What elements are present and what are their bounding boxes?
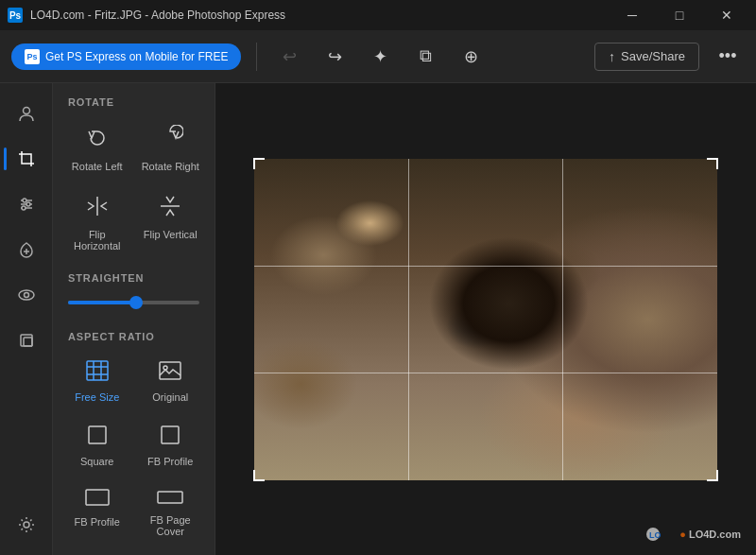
original-label: Original <box>152 391 188 403</box>
svg-rect-11 <box>21 335 32 346</box>
fb-profile2-label: FB Profile <box>75 516 120 528</box>
flip-horizontal-icon <box>84 193 111 223</box>
straighten-slider-thumb[interactable] <box>129 296 143 309</box>
more-button[interactable]: ••• <box>711 40 745 74</box>
maximize-button[interactable]: □ <box>658 0 701 30</box>
svg-point-4 <box>23 199 26 202</box>
ps-icon: Ps <box>25 49 40 64</box>
free-size-tool[interactable]: Free Size <box>62 350 132 410</box>
svg-rect-16 <box>87 361 108 380</box>
zoom-button[interactable]: ⊕ <box>454 40 488 74</box>
svg-rect-21 <box>160 362 180 379</box>
title-bar: Ps LO4D.com - Fritz.JPG - Adobe Photosho… <box>0 0 756 30</box>
icon-sidebar <box>0 83 53 555</box>
sidebar-item-eye[interactable] <box>8 276 45 314</box>
app-icon: Ps <box>8 8 23 23</box>
svg-point-6 <box>22 206 26 210</box>
redo-icon: ↪ <box>328 46 342 67</box>
save-share-label: Save/Share <box>621 49 685 63</box>
title-bar-controls: ─ □ ✕ <box>610 0 748 30</box>
straighten-slider-fill <box>68 301 136 304</box>
original-tool[interactable]: Original <box>136 350 206 410</box>
svg-rect-25 <box>86 490 109 505</box>
fb-profile-tool[interactable]: FB Profile <box>136 414 206 475</box>
fb-page-cover-icon <box>156 488 184 509</box>
flip-vertical-tool[interactable]: Flip Vertical <box>136 183 206 259</box>
straighten-section-title: STRAIGHTEN <box>53 259 215 291</box>
straighten-slider-track[interactable] <box>68 301 199 304</box>
sidebar-item-people[interactable] <box>8 95 45 132</box>
free-size-icon <box>84 359 111 386</box>
svg-point-10 <box>24 293 28 298</box>
ai-button[interactable]: ✦ <box>363 40 397 74</box>
rotate-right-tool[interactable]: Rotate Right <box>136 115 206 180</box>
svg-text:LO: LO <box>649 530 662 540</box>
undo-button[interactable]: ↩ <box>272 40 306 74</box>
svg-point-13 <box>24 522 29 528</box>
rotate-left-icon <box>84 125 111 155</box>
sidebar-item-crop[interactable] <box>8 140 45 178</box>
save-share-button[interactable]: ↑ Save/Share <box>594 43 699 71</box>
crop-handle-br[interactable] <box>707 470 718 481</box>
fb-profile-icon <box>159 424 181 450</box>
crop-handle-bl[interactable] <box>253 470 265 481</box>
panel-sidebar: ROTATE Rotate Left Rotate <box>53 83 215 555</box>
minimize-button[interactable]: ─ <box>610 0 654 30</box>
svg-point-0 <box>23 108 29 114</box>
svg-rect-12 <box>24 338 32 346</box>
crop-handle-tr[interactable] <box>707 158 718 169</box>
straighten-section <box>53 301 215 318</box>
original-icon <box>157 359 183 386</box>
flip-horizontal-tool[interactable]: Flip Horizontal <box>62 183 132 259</box>
rotate-right-icon <box>157 125 183 155</box>
rotate-section-title: ROTATE <box>53 83 215 115</box>
sidebar-item-layers[interactable] <box>8 321 45 359</box>
rotate-left-tool[interactable]: Rotate Left <box>62 115 132 180</box>
cat-image <box>254 159 717 480</box>
svg-rect-26 <box>158 492 182 503</box>
flip-vertical-icon <box>157 193 183 223</box>
fb-profile-label: FB Profile <box>147 456 193 467</box>
rotate-left-label: Rotate Left <box>72 161 123 172</box>
square-tool[interactable]: Square <box>62 414 132 475</box>
fb-page-cover-tool[interactable]: FB Page Cover <box>136 478 206 545</box>
svg-point-9 <box>19 290 34 300</box>
title-bar-text: LO4D.com - Fritz.JPG - Adobe Photoshop E… <box>30 9 285 22</box>
sidebar-item-heal[interactable] <box>8 231 45 269</box>
zoom-icon: ⊕ <box>464 46 478 67</box>
watermark: LO ● LO4D.com <box>645 525 741 544</box>
main-content: ROTATE Rotate Left Rotate <box>0 83 756 555</box>
flip-vertical-label: Flip Vertical <box>144 229 198 240</box>
fb-profile2-tool[interactable]: FB Profile <box>62 478 132 545</box>
redo-button[interactable]: ↪ <box>318 40 352 74</box>
compare-button[interactable]: ⧉ <box>408 40 442 74</box>
straighten-slider-container <box>68 301 199 304</box>
watermark-logo-icon: LO <box>645 525 674 544</box>
svg-point-5 <box>26 202 30 206</box>
rotate-right-label: Rotate Right <box>142 161 199 172</box>
fb-profile2-icon <box>84 488 111 511</box>
toolbar: Ps Get PS Express on Mobile for FREE ↩ ↪… <box>0 30 756 83</box>
watermark-accent: ● <box>679 529 686 540</box>
svg-point-22 <box>163 366 167 370</box>
image-container[interactable] <box>254 159 717 480</box>
share-icon: ↑ <box>609 49 615 64</box>
aspect-ratio-tools: Free Size Original Squar <box>53 350 215 545</box>
square-icon <box>86 424 109 450</box>
fb-page-cover-label: FB Page Cover <box>142 514 200 537</box>
undo-icon: ↩ <box>283 46 297 67</box>
watermark-text: ● LO4D.com <box>679 529 741 540</box>
aspect-ratio-section-title: ASPECT RATIO <box>53 318 215 350</box>
image-canvas <box>254 159 717 480</box>
canvas-area: LO ● LO4D.com <box>215 83 756 555</box>
rotate-tools: Rotate Left Rotate Right <box>53 115 215 259</box>
square-label: Square <box>80 456 113 467</box>
free-size-label: Free Size <box>75 391 119 403</box>
close-button[interactable]: ✕ <box>705 0 748 30</box>
ai-icon: ✦ <box>373 46 387 67</box>
promo-button[interactable]: Ps Get PS Express on Mobile for FREE <box>11 43 241 70</box>
crop-handle-tl[interactable] <box>253 158 265 169</box>
sidebar-item-adjustments[interactable] <box>8 185 45 223</box>
settings-button[interactable] <box>8 506 45 544</box>
svg-rect-23 <box>89 426 106 443</box>
